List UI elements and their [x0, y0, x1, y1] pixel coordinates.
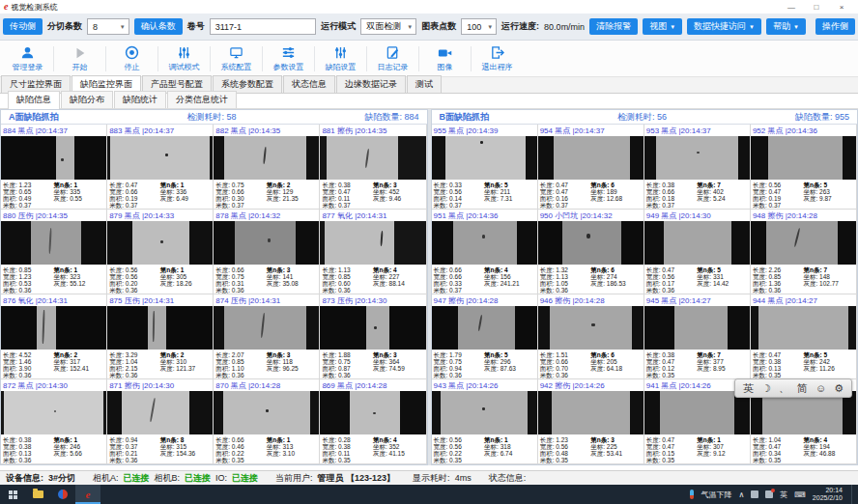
defect-cell[interactable]: 948 擦伤 |20:14:28长度: 2.26宽度: 0.85面积: 1.36… — [751, 210, 857, 294]
defect-thumbnail — [538, 306, 644, 350]
toolbar-button-params-sliders[interactable]: 参数设置 — [263, 42, 314, 75]
toolbar-button-monitor[interactable]: 系统配置 — [211, 42, 262, 75]
defect-cell-header: 944 黑点 |20:14:27 — [751, 294, 856, 306]
defect-cell[interactable]: 943 黑点 |20:14:26长度: 0.56宽度: 0.56面积: 0.22… — [432, 379, 538, 464]
close-button[interactable]: × — [829, 3, 854, 12]
defect-cell[interactable]: 878 黑点 |20:14:32长度: 0.66宽度: 0.75面积: 0.31… — [214, 210, 320, 294]
defect-cell[interactable]: 884 黑点 |20:14:37长度: 1.23宽度: 0.65面积: 0.49… — [1, 125, 107, 210]
active-app-button[interactable]: e — [75, 485, 100, 504]
defect-cell[interactable]: 951 黑点 |20:14:36长度: 0.66宽度: 0.66面积: 0.33… — [432, 210, 538, 294]
defect-cell[interactable]: 871 擦伤 |20:14:30长度: 0.94宽度: 0.37面积: 0.21… — [107, 379, 214, 464]
defect-cell[interactable]: 876 氧化 |20:14:31长度: 4.52宽度: 1.46面积: 3.90… — [1, 294, 107, 379]
defect-cell-header: 881 擦伤 |20:14:35 — [320, 125, 425, 136]
defect-cell-header: 879 黑点 |20:14:33 — [107, 210, 213, 221]
toolbar-button-user[interactable]: 管理登录 — [2, 42, 53, 75]
defect-cell-header: 949 黑点 |20:14:30 — [644, 210, 750, 221]
weather-ticker[interactable]: 气温下降 — [701, 490, 731, 500]
defect-stats: 长度: 0.56宽度: 0.56面积: 0.22米数: 0.35第n条: 1坐标… — [432, 434, 537, 463]
run-mode-select[interactable]: 双面检测▼ — [360, 18, 416, 35]
dropdown-icon: ▼ — [793, 24, 799, 30]
display-elapsed-label: 显示耗时: — [413, 472, 450, 485]
defect-stats: 长度: 0.94宽度: 0.37面积: 0.21米数: 0.36第n条: 8坐标… — [107, 434, 213, 463]
defect-cell[interactable]: 873 压伤 |20:14:30长度: 1.88宽度: 0.75面积: 0.87… — [320, 294, 426, 379]
defect-cell[interactable]: 953 黑点 |20:14:37长度: 0.38宽度: 0.66面积: 0.18… — [644, 125, 751, 210]
defect-stats: 长度: 1.23宽度: 0.56面积: 0.48米数: 0.35第n条: 3坐标… — [538, 434, 644, 463]
pinned-app-button[interactable] — [50, 485, 75, 504]
defect-cell[interactable]: 942 擦伤 |20:14:26长度: 1.23宽度: 0.56面积: 0.48… — [538, 379, 644, 464]
tab-main-6[interactable]: 边缘数据记录 — [336, 75, 406, 93]
explorer-button[interactable] — [25, 485, 50, 504]
chart-points-select[interactable]: 100▼ — [461, 18, 497, 35]
operator-side-button[interactable]: 操作侧 — [815, 18, 855, 35]
taskbar-clock[interactable]: 20:14 2025/2/10 — [813, 487, 843, 502]
toolbar-button-exit[interactable]: 退出程序 — [472, 42, 523, 75]
toolbar-button-stop[interactable]: 停止 — [106, 42, 157, 75]
tab-sub-2[interactable]: 缺陷分布 — [61, 91, 113, 108]
windows-start-icon — [9, 490, 17, 499]
defect-cell[interactable]: 947 擦伤 |20:14:28长度: 1.79宽度: 0.75面积: 0.94… — [432, 294, 538, 379]
defect-cell[interactable]: 946 擦伤 |20:14:28长度: 1.51宽度: 0.66面积: 0.70… — [538, 294, 644, 379]
defect-cell[interactable]: 952 黑点 |20:14:36长度: 0.56宽度: 0.47面积: 0.19… — [751, 125, 857, 210]
defect-cell[interactable]: 875 压伤 |20:14:31长度: 3.29宽度: 1.04面积: 2.15… — [107, 294, 214, 379]
defect-cell-header: 945 黑点 |20:14:27 — [644, 294, 750, 306]
defect-cell[interactable]: 883 黑点 |20:14:37长度: 0.47宽度: 0.66面积: 0.19… — [107, 125, 214, 210]
help-menu-button[interactable]: 帮助▼ — [766, 18, 806, 35]
defect-cell[interactable]: 870 黑点 |20:14:28长度: 0.66宽度: 0.46面积: 0.22… — [214, 379, 320, 464]
tab-sub-4[interactable]: 分类信息统计 — [167, 91, 237, 108]
tray-expand-chevron[interactable]: ∧ — [738, 490, 744, 499]
defect-cell[interactable]: 945 黑点 |20:14:27长度: 0.38宽度: 0.47面积: 0.12… — [644, 294, 751, 379]
toolbar-button-camera[interactable]: 图像 — [419, 42, 471, 75]
tab-main-5[interactable]: 状态信息 — [283, 75, 335, 93]
confirm-count-button[interactable]: 确认条数 — [134, 18, 183, 35]
tab-sub-1[interactable]: 缺陷信息 — [8, 91, 60, 109]
defect-cell[interactable]: 881 擦伤 |20:14:35长度: 0.38宽度: 0.47面积: 0.11… — [320, 125, 426, 210]
slit-count-select[interactable]: 8▼ — [87, 18, 129, 35]
defect-cell[interactable]: 880 压伤 |20:14:35长度: 0.85宽度: 1.23面积: 0.53… — [1, 210, 107, 294]
defect-stats: 长度: 0.85宽度: 1.23面积: 0.53米数: 0.36第n条: 1坐标… — [1, 265, 106, 294]
ime-punctuation-button[interactable]: 、 — [779, 383, 789, 394]
tab-sub-3[interactable]: 缺陷统计 — [114, 91, 166, 108]
tray-icon[interactable] — [751, 490, 758, 498]
clear-alarm-button[interactable]: 清除报警 — [589, 18, 638, 35]
defect-cell-header: 948 擦伤 |20:14:28 — [751, 210, 856, 221]
tab-main-7[interactable]: 测试 — [407, 75, 442, 93]
defect-stats: 长度: 0.47宽度: 0.47面积: 0.15米数: 0.35第n条: 1坐标… — [644, 434, 750, 463]
toolbar-button-defect-sliders[interactable]: 缺陷设置 — [315, 42, 366, 75]
defect-cell[interactable]: 949 黑点 |20:14:30长度: 0.47宽度: 0.56面积: 0.17… — [644, 210, 751, 294]
show-desktop-button[interactable] — [851, 485, 855, 504]
keyboard-icon[interactable]: ⌨ — [794, 490, 806, 499]
defect-cell[interactable]: 869 黑点 |20:14:28长度: 0.28宽度: 0.38面积: 0.11… — [320, 379, 426, 464]
view-menu-button[interactable]: 视图▼ — [643, 18, 682, 35]
defect-cell[interactable]: 872 黑点 |20:14:30长度: 0.38宽度: 0.38面积: 0.13… — [1, 379, 107, 464]
tray-icon-badged[interactable] — [765, 490, 773, 498]
defect-cell[interactable]: 879 黑点 |20:14:33长度: 0.56宽度: 0.56面积: 0.20… — [107, 210, 214, 294]
ime-simplified-button[interactable]: 简 — [797, 383, 808, 394]
defect-cell[interactable]: 954 黑点 |20:14:37长度: 0.47宽度: 0.47面积: 0.16… — [538, 125, 644, 210]
defect-stats: 长度: 1.79宽度: 0.75面积: 0.94米数: 0.36第n条: 5坐标… — [432, 350, 537, 378]
minimize-button[interactable]: — — [779, 3, 804, 12]
maximize-button[interactable]: □ — [804, 3, 829, 12]
data-access-menu-button[interactable]: 数据快捷访问▼ — [687, 18, 761, 35]
toolbar-button-play[interactable]: 开始 — [54, 42, 105, 75]
toolbar-button-log[interactable]: 日志记录 — [367, 42, 418, 75]
panel-side-b: B面缺陷抓拍 检测耗时: 56 缺陷数量: 955 955 黑点 |20:14:… — [431, 109, 858, 465]
defect-cell[interactable]: 874 压伤 |20:14:31长度: 2.07宽度: 0.85面积: 1.10… — [214, 294, 320, 379]
ime-fullhalf-moon-icon[interactable]: ☽ — [761, 383, 771, 394]
defect-cell[interactable]: 882 黑点 |20:14:35长度: 0.75宽度: 0.66面积: 0.30… — [214, 125, 320, 210]
defect-thumbnail — [751, 136, 856, 180]
roll-number-input[interactable]: 3117-1 — [210, 18, 317, 35]
toolbar-button-debug-sliders[interactable]: 调试模式 — [158, 42, 210, 75]
ime-toolbar[interactable]: 英☽、简☺⚙ — [734, 378, 852, 398]
ime-language-indicator[interactable]: 英 — [780, 490, 787, 500]
drive-side-button[interactable]: 传动侧 — [3, 18, 43, 35]
ime-emoji-icon[interactable]: ☺ — [815, 383, 826, 394]
ime-settings-gear-icon[interactable]: ⚙ — [834, 383, 844, 394]
defect-cell[interactable]: 877 氧化 |20:14:31长度: 1.13宽度: 0.85面积: 0.60… — [320, 210, 426, 294]
ime-language-button[interactable]: 英 — [743, 383, 754, 394]
defect-cell[interactable]: 950 小凹坑 |20:14:32长度: 1.32宽度: 1.13面积: 1.0… — [538, 210, 644, 294]
start-button[interactable] — [0, 485, 25, 504]
roll-number-label: 卷号 — [187, 20, 205, 33]
defect-cell[interactable]: 944 黑点 |20:14:27长度: 0.47宽度: 0.38面积: 0.13… — [751, 294, 857, 379]
defect-cell[interactable]: 955 黑点 |20:14:39长度: 0.33宽度: 0.56面积: 0.14… — [432, 125, 538, 210]
toolbar-button-label: 开始 — [72, 62, 88, 72]
